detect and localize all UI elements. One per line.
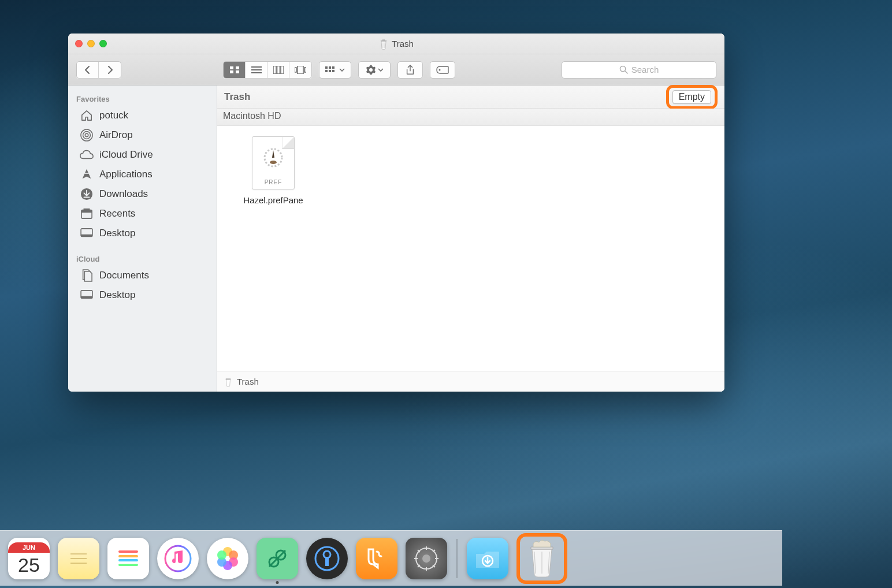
dock-notes[interactable] xyxy=(58,538,99,579)
applications-icon xyxy=(80,168,94,181)
svg-rect-17 xyxy=(329,70,331,72)
titlebar[interactable]: Trash xyxy=(68,34,724,54)
location-title: Trash xyxy=(224,91,250,103)
sidebar-item-label: Recents xyxy=(99,208,135,219)
dock-downloads[interactable] xyxy=(467,538,508,579)
desktop-icon xyxy=(80,288,94,302)
file-grid[interactable]: PREF Hazel.prefPane xyxy=(217,126,724,371)
sidebar-item-desktop-icloud[interactable]: Desktop xyxy=(68,285,217,305)
tags-button[interactable] xyxy=(430,61,455,79)
svg-rect-49 xyxy=(325,557,329,566)
svg-point-22 xyxy=(83,132,91,139)
sidebar-item-desktop[interactable]: Desktop xyxy=(68,224,217,243)
sidebar-item-icloud-drive[interactable]: iCloud Drive xyxy=(68,145,217,165)
svg-rect-6 xyxy=(251,72,262,73)
sidebar-item-label: Documents xyxy=(99,270,149,281)
dock-calendar[interactable]: JUN 25 xyxy=(8,538,50,579)
window-title-text: Trash xyxy=(392,39,414,49)
dock-trash[interactable] xyxy=(521,538,563,579)
dock-separator xyxy=(456,539,458,578)
search-icon xyxy=(619,65,628,74)
svg-rect-31 xyxy=(81,296,92,299)
path-label: Trash xyxy=(237,377,259,386)
trash-icon xyxy=(224,377,232,387)
list-view-button[interactable] xyxy=(246,62,267,78)
window-title: Trash xyxy=(68,38,724,50)
svg-rect-9 xyxy=(281,66,284,74)
svg-rect-4 xyxy=(251,66,262,68)
arrange-button[interactable] xyxy=(319,61,351,79)
svg-rect-27 xyxy=(84,209,90,210)
svg-rect-5 xyxy=(251,69,262,70)
share-button[interactable] xyxy=(397,61,423,79)
download-icon xyxy=(80,187,94,201)
nav-buttons xyxy=(76,61,121,79)
dock-itunes[interactable] xyxy=(157,538,199,579)
svg-point-19 xyxy=(439,69,441,70)
svg-rect-18 xyxy=(332,70,335,72)
sidebar-item-label: iCloud Drive xyxy=(99,149,153,161)
content-area: Trash Empty Macintosh HD PREF Hazel.pref… xyxy=(217,85,724,392)
svg-rect-1 xyxy=(236,66,239,69)
sidebar-item-applications[interactable]: Applications xyxy=(68,165,217,184)
svg-rect-2 xyxy=(230,70,233,73)
sidebar-item-label: Desktop xyxy=(99,228,135,239)
desktop-icon xyxy=(80,226,94,240)
prefpane-icon: PREF xyxy=(252,136,295,189)
svg-rect-12 xyxy=(304,68,306,72)
dock-photos[interactable] xyxy=(207,538,248,579)
back-button[interactable] xyxy=(77,62,99,78)
svg-rect-14 xyxy=(329,66,331,69)
path-bar[interactable]: Trash xyxy=(217,371,724,392)
dock-1password[interactable] xyxy=(306,538,348,579)
file-item[interactable]: PREF Hazel.prefPane xyxy=(230,136,317,205)
sidebar-item-label: Desktop xyxy=(99,289,135,301)
svg-rect-15 xyxy=(332,66,335,69)
action-button[interactable] xyxy=(358,61,391,79)
group-header: Macintosh HD xyxy=(217,109,724,126)
dock-tweetbot[interactable] xyxy=(356,538,397,579)
sidebar-item-potuck[interactable]: potuck xyxy=(68,106,217,125)
view-mode-buttons xyxy=(223,61,312,79)
sidebar-item-recents[interactable]: Recents xyxy=(68,204,217,224)
location-bar: Trash Empty xyxy=(217,85,724,109)
traffic-lights xyxy=(75,40,107,47)
svg-point-33 xyxy=(270,161,277,164)
highlight-ring-trash xyxy=(516,533,567,584)
sidebar-section-icloud: iCloud xyxy=(68,251,217,266)
finder-window: Trash xyxy=(68,34,724,392)
sidebar-item-label: Downloads xyxy=(99,188,148,200)
forward-button[interactable] xyxy=(99,62,121,78)
svg-point-59 xyxy=(422,554,430,563)
column-view-button[interactable] xyxy=(267,62,289,78)
svg-rect-10 xyxy=(295,68,296,72)
svg-point-21 xyxy=(85,133,88,137)
close-button[interactable] xyxy=(75,40,83,47)
sidebar: Favorites potuck AirDrop iCloud Drive Ap… xyxy=(68,85,217,392)
sidebar-item-documents[interactable]: Documents xyxy=(68,266,217,285)
dock-system-preferences[interactable] xyxy=(406,538,447,579)
dock-indicator xyxy=(276,581,279,584)
svg-rect-11 xyxy=(298,66,303,74)
dock-skitch[interactable] xyxy=(257,538,298,579)
search-input[interactable]: Search xyxy=(562,61,716,79)
gallery-view-button[interactable] xyxy=(289,62,311,78)
zoom-button[interactable] xyxy=(99,40,107,47)
dock: JUN 25 xyxy=(0,530,782,586)
empty-trash-button[interactable]: Empty xyxy=(672,90,711,104)
svg-rect-3 xyxy=(236,70,239,73)
svg-rect-8 xyxy=(277,66,280,74)
toolbar: Search xyxy=(68,54,724,85)
search-placeholder: Search xyxy=(631,65,659,75)
svg-rect-26 xyxy=(81,210,92,213)
dock-reminders[interactable] xyxy=(107,538,149,579)
sidebar-item-airdrop[interactable]: AirDrop xyxy=(68,125,217,145)
recents-icon xyxy=(80,207,94,221)
dock-container: JUN 25 xyxy=(0,523,782,588)
minimize-button[interactable] xyxy=(87,40,95,47)
icon-view-button[interactable] xyxy=(224,62,246,78)
svg-rect-13 xyxy=(325,66,328,69)
documents-icon xyxy=(80,269,94,282)
sidebar-item-downloads[interactable]: Downloads xyxy=(68,184,217,204)
sidebar-item-label: AirDrop xyxy=(99,129,133,141)
